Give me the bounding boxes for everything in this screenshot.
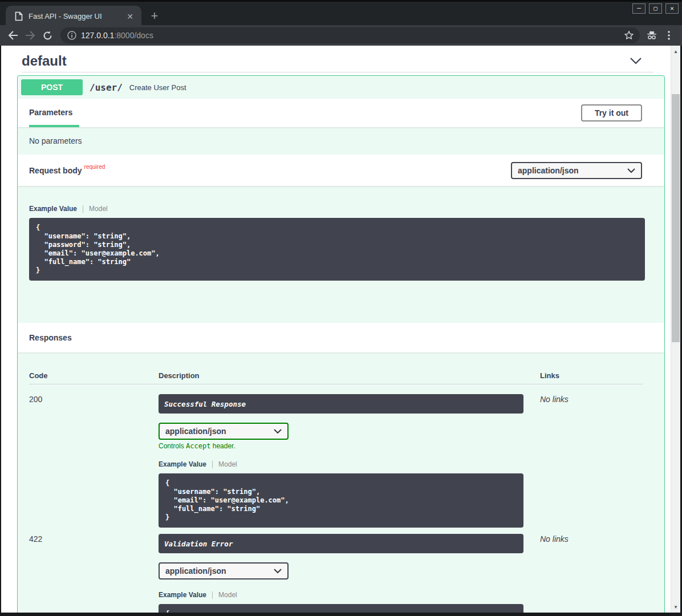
tab-model[interactable]: Model [218, 460, 237, 468]
response-links: No links [540, 534, 643, 613]
required-badge: required [84, 164, 105, 170]
tab-example-value[interactable]: Example Value [159, 591, 206, 599]
scrollbar-down-arrow-icon[interactable]: ▼ [671, 602, 680, 611]
operation-description: Create User Post [129, 83, 186, 92]
response-422-example-code: { "detail": [ [159, 604, 523, 613]
response-row-422: 422 Validation Error application/json Ex… [29, 534, 643, 613]
chevron-down-icon [627, 168, 635, 173]
response-links: No links [540, 394, 643, 528]
chevron-down-icon [274, 429, 282, 433]
response-description: Successful Response [159, 394, 523, 414]
tab-strip: Fast API - Swagger UI ✕ + ─ ▢ ✕ [0, 0, 682, 25]
tag-divider [22, 72, 653, 72]
browser-window: Fast API - Swagger UI ✕ + ─ ▢ ✕ [0, 0, 682, 616]
page-content: default POST /user/ Create User Post Par… [1, 46, 680, 613]
chevron-down-icon [274, 569, 282, 573]
tab-example-value[interactable]: Example Value [159, 460, 206, 468]
column-header-links: Links [540, 371, 643, 380]
scrollbar-up-arrow-icon[interactable]: ▲ [671, 47, 680, 56]
tag-collapse-chevron-icon[interactable] [630, 57, 642, 65]
try-it-out-button[interactable]: Try it out [581, 104, 642, 121]
request-media-type-select[interactable]: application/json [511, 162, 642, 179]
parameters-header: Parameters Try it out [18, 99, 664, 127]
request-body-header: Request body required application/json [18, 155, 664, 186]
operation-path: /user/ [90, 82, 123, 93]
site-info-icon[interactable] [67, 31, 76, 40]
responses-header: Responses [18, 323, 664, 352]
tab-title: Fast API - Swagger UI [29, 12, 124, 21]
request-body-example-code: { "username": "string", "password": "str… [29, 218, 645, 281]
browser-chrome: Fast API - Swagger UI ✕ + ─ ▢ ✕ [0, 0, 682, 46]
column-header-description: Description [159, 371, 523, 380]
reload-button[interactable] [39, 27, 56, 44]
tab-parameters[interactable]: Parameters [29, 99, 79, 127]
bookmark-star-icon[interactable] [624, 30, 634, 40]
method-badge: POST [21, 79, 83, 95]
response-description: Validation Error [159, 534, 523, 553]
window-minimize-button[interactable]: ─ [632, 3, 646, 14]
column-header-code: Code [29, 371, 159, 380]
opblock-post-user: POST /user/ Create User Post Parameters … [17, 75, 665, 613]
browser-menu-button[interactable] [660, 27, 677, 44]
new-tab-button[interactable]: + [147, 9, 162, 24]
response-code: 422 [29, 534, 159, 613]
forward-button[interactable] [22, 27, 39, 44]
request-body-label: Request body [29, 166, 82, 175]
browser-toolbar: 127.0.0.1:8000/docs [0, 25, 682, 46]
response-200-example-code: { "username": "string", "email": "user@e… [159, 473, 523, 528]
scrollbar-thumb[interactable] [672, 94, 680, 342]
controls-accept-note: Controls Accept header. [159, 442, 523, 450]
response-row-200: 200 Successful Response application/json… [29, 394, 643, 528]
response-code: 200 [29, 394, 159, 528]
response-media-type-select[interactable]: application/json [159, 423, 289, 440]
url-text: 127.0.0.1:8000/docs [81, 31, 153, 40]
address-bar[interactable]: 127.0.0.1:8000/docs [60, 27, 640, 43]
browser-tab[interactable]: Fast API - Swagger UI ✕ [6, 6, 141, 27]
tab-close-icon[interactable]: ✕ [124, 11, 136, 22]
window-close-button[interactable]: ✕ [665, 3, 679, 14]
tab-example-value[interactable]: Example Value [29, 205, 77, 213]
window-maximize-button[interactable]: ▢ [649, 3, 662, 14]
no-parameters-text: No parameters [18, 127, 664, 155]
incognito-icon [643, 27, 660, 44]
tab-model[interactable]: Model [89, 205, 108, 213]
page-favicon-icon [15, 11, 23, 21]
back-button[interactable] [5, 27, 22, 44]
operation-summary[interactable]: POST /user/ Create User Post [18, 76, 664, 99]
tab-model[interactable]: Model [218, 591, 237, 599]
responses-table: Code Description Links 200 Successful Re… [18, 352, 664, 613]
response-media-type-select[interactable]: application/json [159, 562, 289, 579]
page-scrollbar[interactable]: ▲ ▼ [671, 46, 680, 613]
tag-title: default [22, 53, 67, 69]
responses-label: Responses [29, 333, 72, 342]
